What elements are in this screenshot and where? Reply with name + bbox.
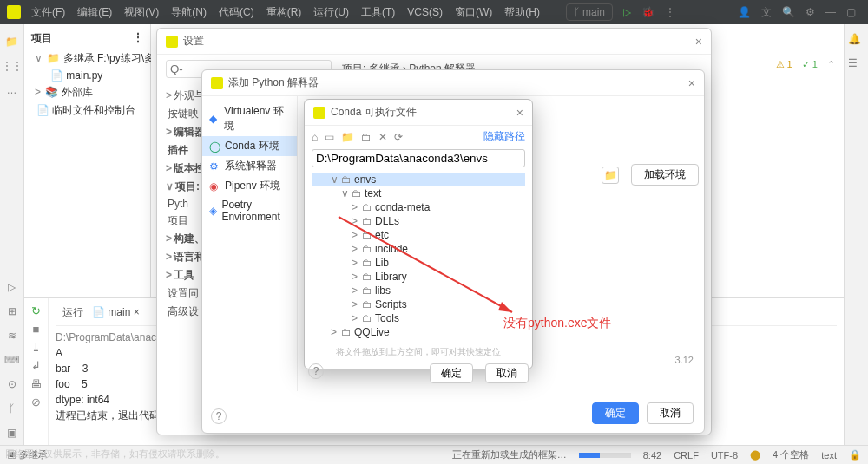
- settings-close-icon[interactable]: ×: [695, 35, 702, 49]
- desktop-icon[interactable]: ▭: [325, 131, 334, 143]
- interpreter-type-item[interactable]: ◯Conda 环境: [202, 136, 297, 156]
- database-icon[interactable]: ☰: [848, 57, 865, 75]
- project-dir-icon[interactable]: 📁: [341, 131, 354, 143]
- menu-edit[interactable]: 编辑(E): [77, 5, 112, 20]
- menu-file[interactable]: 文件(F): [31, 5, 65, 20]
- status-enc[interactable]: UTF-8: [711, 450, 738, 461]
- menu-run[interactable]: 运行(U): [313, 5, 349, 20]
- interpreter-type-item[interactable]: ◉Pipenv 环境: [202, 176, 297, 196]
- home-icon[interactable]: ⌂: [312, 131, 318, 143]
- status-crlf[interactable]: CRLF: [674, 450, 699, 461]
- structure-icon[interactable]: ⋮⋮: [3, 57, 21, 75]
- services-icon[interactable]: ▣: [3, 424, 21, 441]
- interpreter-type-item[interactable]: ⚙系统解释器: [202, 156, 297, 176]
- chooser-tree-item[interactable]: >🗀 QQLive: [312, 325, 525, 339]
- settings-tree-item[interactable]: 项目: [166, 212, 201, 230]
- chooser-tree-item[interactable]: >🗀 include: [312, 242, 525, 256]
- chooser-help-icon[interactable]: ?: [308, 363, 324, 379]
- settings-tree-item[interactable]: 高级设: [166, 303, 201, 321]
- chooser-tree-item[interactable]: >🗀 Scripts: [312, 297, 525, 311]
- minimize-icon[interactable]: —: [825, 6, 836, 18]
- settings-tree-item[interactable]: >工具: [166, 266, 201, 284]
- chooser-tree-item[interactable]: >🗀 Library: [312, 270, 525, 284]
- new-folder-icon[interactable]: 🗀: [361, 131, 372, 143]
- settings-tree-item[interactable]: ∨项目: 多: [166, 178, 201, 196]
- settings-tree-item[interactable]: >语言和: [166, 248, 201, 266]
- settings-tree-item[interactable]: 设置同: [166, 284, 201, 303]
- search-icon[interactable]: 🔍: [782, 6, 795, 18]
- menu-view[interactable]: 视图(V): [124, 5, 159, 20]
- load-env-button[interactable]: 加载环境: [631, 164, 699, 186]
- chooser-tree-item[interactable]: ∨🗀 envs: [312, 173, 525, 186]
- menu-tools[interactable]: 工具(T): [361, 5, 395, 20]
- chooser-close-icon[interactable]: ×: [516, 106, 523, 120]
- addinterp-ok-button[interactable]: 确定: [592, 402, 639, 424]
- run-tool-icon[interactable]: ▷: [3, 278, 21, 296]
- terminal-icon[interactable]: ⌨: [3, 351, 21, 369]
- settings-tree-item[interactable]: >外观与: [166, 87, 201, 105]
- layers-icon[interactable]: ≋: [3, 327, 21, 344]
- bookmarks-icon[interactable]: …: [3, 82, 21, 99]
- chooser-ok-button[interactable]: 确定: [430, 363, 473, 383]
- settings-tree-item[interactable]: 插件: [166, 141, 201, 160]
- settings-tree-item[interactable]: 按键映: [166, 105, 201, 123]
- more-run-icon[interactable]: ⋮: [665, 6, 675, 18]
- delete-icon[interactable]: ✕: [378, 131, 387, 143]
- help-icon[interactable]: ?: [211, 408, 227, 424]
- path-input[interactable]: [312, 149, 525, 167]
- settings-tree-item[interactable]: >版本控: [166, 160, 201, 178]
- menu-nav[interactable]: 导航(N): [171, 5, 207, 20]
- user-icon[interactable]: 👤: [738, 6, 751, 18]
- chooser-tree-item[interactable]: >🗀 DLLs: [312, 214, 525, 228]
- notifications-icon[interactable]: 🔔: [848, 33, 865, 50]
- run-tab[interactable]: 📄 main ×: [92, 306, 140, 318]
- rerun-icon[interactable]: ↻: [31, 304, 41, 317]
- git-icon[interactable]: ᚴ: [3, 400, 21, 417]
- tree-item[interactable]: 📄 临时文件和控制台: [24, 101, 150, 120]
- stop-icon[interactable]: ■: [33, 323, 40, 336]
- tree-item[interactable]: 📄 main.py: [24, 68, 150, 83]
- chooser-tree-item[interactable]: >🗀 etc: [312, 228, 525, 242]
- tree-item[interactable]: ∨ 📁 多继承 F:\py练习\多继承: [24, 49, 150, 68]
- chooser-tree-item[interactable]: ∨🗀 text: [312, 186, 525, 200]
- interpreter-type-item[interactable]: ◆Virtualenv 环境: [202, 101, 297, 136]
- chooser-tree[interactable]: ∨🗀 envs∨🗀 text>🗀 conda-meta>🗀 DLLs>🗀 etc…: [312, 173, 525, 341]
- settings-icon[interactable]: ⚙: [806, 6, 815, 18]
- status-pos[interactable]: 8:42: [643, 450, 661, 461]
- menu-refactor[interactable]: 重构(R): [266, 5, 302, 20]
- addinterp-cancel-button[interactable]: 取消: [647, 402, 694, 424]
- chooser-tree-item[interactable]: >🗀 libs: [312, 284, 525, 297]
- scroll-icon[interactable]: ⤓: [31, 341, 41, 354]
- menu-window[interactable]: 窗口(W): [455, 5, 492, 20]
- inspection-widget[interactable]: ⚠ 1 ✓ 1 ⌃: [769, 59, 836, 70]
- addinterp-close-icon[interactable]: ×: [688, 76, 695, 90]
- refresh-icon[interactable]: ⟳: [394, 131, 403, 143]
- chooser-tree-item[interactable]: >🗀 QQWJ: [312, 339, 525, 341]
- panel-collapse-icon[interactable]: ⋮: [133, 31, 143, 46]
- status-env[interactable]: text: [821, 450, 837, 461]
- menu-help[interactable]: 帮助(H): [504, 5, 540, 20]
- problems-icon[interactable]: ⊙: [3, 376, 21, 393]
- settings-tree-item[interactable]: >编辑器: [166, 123, 201, 141]
- chooser-cancel-button[interactable]: 取消: [485, 363, 529, 383]
- git-branch[interactable]: ᚴ main: [566, 3, 613, 21]
- debug-icon[interactable]: 🐞: [641, 6, 654, 18]
- maximize-icon[interactable]: ▢: [846, 6, 856, 18]
- translate-icon[interactable]: 文: [761, 5, 772, 20]
- run-icon[interactable]: ▷: [623, 6, 631, 18]
- tree-item[interactable]: > 📚 外部库: [24, 83, 150, 101]
- status-spaces[interactable]: 4 个空格: [773, 448, 809, 461]
- clear-icon[interactable]: ⊘: [31, 395, 41, 408]
- python-console-icon[interactable]: ⊞: [3, 303, 21, 320]
- print-icon[interactable]: 🖶: [30, 377, 42, 390]
- menu-code[interactable]: 代码(C): [219, 5, 254, 20]
- project-icon[interactable]: 📁: [3, 33, 21, 50]
- settings-tree-item[interactable]: Pyth: [166, 196, 201, 212]
- menu-vcs[interactable]: VCS(S): [407, 6, 443, 18]
- interpreter-type-item[interactable]: ◈Poetry Environment: [202, 196, 297, 225]
- chooser-tree-item[interactable]: >🗀 Tools: [312, 311, 525, 325]
- interpreter-type-list[interactable]: ◆Virtualenv 环境◯Conda 环境⚙系统解释器◉Pipenv 环境◈…: [202, 96, 298, 391]
- chooser-tree-item[interactable]: >🗀 Lib: [312, 256, 525, 270]
- chooser-tree-item[interactable]: >🗀 conda-meta: [312, 200, 525, 214]
- hide-path-link[interactable]: 隐藏路径: [483, 129, 525, 144]
